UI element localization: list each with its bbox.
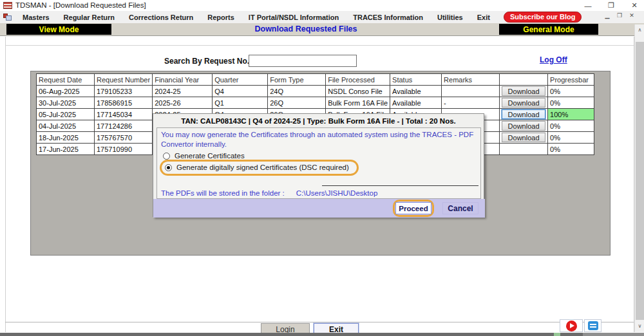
cell-status: Available [390,97,442,109]
divider [5,322,634,322]
column-header: Quarter [213,74,268,86]
menu-item-utilities[interactable]: Utilities [430,14,470,21]
progress-cell: 0% [548,97,594,109]
cell-request-date: 18-Jun-2025 [37,132,95,144]
progress-cell: 0% [548,144,594,155]
menu-item-regular-return[interactable]: Regular Return [57,14,122,21]
mode-bar: View Mode Download Requested Files Gener… [0,23,644,36]
column-header [500,74,548,86]
download-button[interactable]: Download [502,86,545,96]
cell-request-number: 179105233 [95,86,153,97]
download-button[interactable]: Download [502,98,545,107]
restore-icon[interactable]: ❐ [607,1,616,10]
column-header: Financial Year [153,74,213,86]
youtube-play-icon [566,321,577,331]
progress-cell: 100% [548,109,594,120]
radio-selected-icon[interactable] [165,164,172,171]
cell-request-date: 04-Jul-2025 [37,120,95,132]
menu-item-exit[interactable]: Exit [470,14,497,21]
menu-bar: MastersRegular ReturnCorrections ReturnR… [0,11,644,23]
cell-download: Download [500,132,548,144]
folder-info: The PDFs will be stored in the folder :C… [161,189,377,197]
document-button[interactable] [584,319,601,332]
log-off-link[interactable]: Log Off [540,55,567,64]
cell-request-date: 30-Jul-2025 [37,97,95,109]
taskbar-green-segment [554,333,560,336]
cell-form-type: 26Q [268,97,326,109]
cell-status: Available [390,86,442,97]
youtube-button[interactable] [560,319,583,332]
menu-item-it-portal-nsdl-information[interactable]: IT Portal/NSDL Information [242,14,346,21]
column-header: Progressbar [548,74,594,86]
radio-label: Generate Certificates [175,152,245,160]
menu-item-masters[interactable]: Masters [15,14,57,21]
document-icon [588,321,598,330]
tab-general-mode[interactable]: General Mode [499,24,598,35]
close-icon[interactable]: ✕ [630,1,639,10]
scrollbar-thumb[interactable] [636,42,644,320]
mdi-close-icon[interactable]: ✕ [629,12,635,19]
column-header: Remarks [442,74,500,86]
mdi-restore-icon[interactable]: ❐ [616,12,623,19]
search-label: Search By Request No. [164,57,249,66]
cell-file-processed: NSDL Conso File [326,86,390,97]
column-header: File Processed [326,74,390,86]
cell-request-date: 05-Jul-2025 [37,109,95,120]
cancel-button[interactable]: Cancel [442,202,478,214]
progress-cell: 0% [548,132,594,144]
cell-request-number: 177124286 [95,120,153,132]
menu-item-corrections-return[interactable]: Corrections Return [122,14,200,21]
download-button[interactable]: Download [502,109,545,119]
proceed-highlight-ring: Proceed [393,200,434,218]
table-header-row: Request DateRequest NumberFinancial Year… [37,74,594,86]
mdi-child-icon [3,14,12,21]
vertical-scrollbar[interactable]: ∧ ∨ [634,24,644,332]
cell-request-date: 06-Aug-2025 [37,86,95,97]
cell-request-date: 17-Jun-2025 [37,144,95,155]
page-title: Download Requested Files [113,24,499,33]
radio-generate-dsc-certificates[interactable]: Generate digitally signed Certificates (… [160,160,359,176]
radio-label: Generate digitally signed Certificates (… [176,163,349,171]
cell-download: Download [500,109,548,120]
proceed-button[interactable]: Proceed [395,202,431,214]
taskbar-strip [0,333,644,336]
progress-cell: 0% [548,120,594,132]
cell-request-number: 175767570 [95,132,153,144]
cell-request-number: 178586915 [95,97,153,109]
subscribe-blog-badge[interactable]: Subscribe our Blog [504,12,582,23]
column-header: Status [390,74,442,86]
download-button[interactable]: Download [502,133,545,142]
search-input[interactable] [249,55,357,67]
cell-quarter: Q1 [213,97,268,109]
minimize-icon[interactable]: — [583,2,592,10]
cell-download: Download [500,97,548,109]
scroll-down-icon[interactable]: ∨ [635,321,644,331]
cell-remarks [442,86,500,97]
tab-view-mode[interactable]: View Mode [6,24,111,35]
dialog-title: TAN: CALP08143C | Q4 of 2024-25 | Type: … [153,117,484,125]
column-header: Form Type [268,74,326,86]
progress-cell: 0% [548,86,594,97]
cell-download [500,144,548,155]
menu-item-traces-information[interactable]: TRACES Information [346,14,430,21]
radio-generate-certificates[interactable]: Generate Certificates [163,152,245,160]
download-button[interactable]: Download [502,121,545,131]
app-icon [3,2,12,9]
divider [322,185,478,186]
table-row: 30-Jul-20251785869152025-26Q126QBulk For… [37,97,594,109]
cell-financial-year: 2025-26 [153,97,213,109]
column-header: Request Date [37,74,95,86]
window-title: TDSMAN - [Download Requested Files] [15,1,146,9]
menu-items: MastersRegular ReturnCorrections ReturnR… [15,14,497,21]
cell-download: Download [500,86,548,97]
cell-request-number: 177145034 [95,109,153,120]
mdi-minimize-icon[interactable]: ▁ [604,12,611,19]
folder-label: The PDFs will be stored in the folder : [161,189,285,197]
menu-item-reports[interactable]: Reports [200,14,242,21]
divider [5,45,634,46]
column-header: Request Number [95,74,153,86]
scroll-up-icon[interactable]: ∧ [635,24,644,35]
certificate-dialog: TAN: CALP08143C | Q4 of 2024-25 | Type: … [153,113,484,217]
folder-path: C:\Users\JISHU\Desktop [296,189,378,197]
radio-icon[interactable] [163,153,170,160]
